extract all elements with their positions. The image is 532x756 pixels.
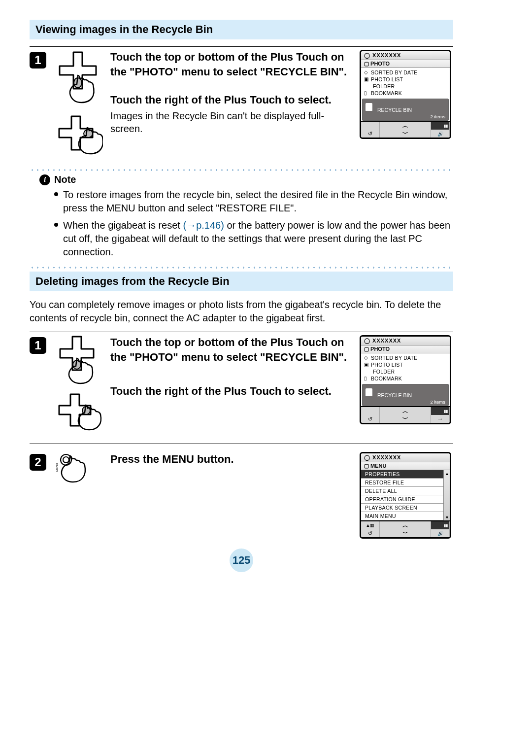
- screen-column: ◯ XXXXXXX ▢ MENU PROPERTIES RESTORE FILE…: [360, 452, 453, 539]
- step-number-badge: 2: [30, 454, 46, 471]
- screen-selected-label: RECYCLE BIN: [377, 107, 412, 113]
- gesture-column: [51, 335, 105, 440]
- screen-selected-item: RECYCLE BIN: [363, 384, 448, 399]
- instruction-column: Touch the top or bottom of the Plus Touc…: [110, 50, 355, 135]
- screen-title-text: XXXXXXX: [372, 338, 401, 344]
- divider: [30, 444, 453, 444]
- screen-list-item: FOLDER: [363, 83, 448, 90]
- screen-nav-bar: ▮▮: [361, 406, 450, 423]
- deleting-step-1: 1 T: [30, 335, 453, 440]
- note-label: Note: [54, 174, 76, 185]
- screen-list-item: FOLDER: [363, 368, 448, 375]
- nav-battery-icon: ▮▮: [431, 122, 450, 130]
- screen-breadcrumb-text: PHOTO: [370, 346, 390, 352]
- screen-nav-bar: ▲▦ ▮▮: [361, 520, 450, 537]
- step-number-badge: 1: [30, 52, 46, 69]
- screen-breadcrumb: ▢ MENU: [361, 462, 450, 470]
- instruction-column: Press the MENU button.: [110, 452, 355, 469]
- screen-menu-item-selected: PROPERTIES: [361, 470, 443, 479]
- screen-list-item: ◇SORTED BY DATE: [363, 69, 448, 76]
- screen-list-item-label: PHOTO LIST: [371, 76, 403, 82]
- nav-right-icon: [431, 415, 450, 423]
- nav-up-icon: [380, 407, 431, 415]
- screen-list-item-label: BOOKMARK: [371, 376, 402, 381]
- section-intro: You can completely remove images or phot…: [30, 298, 453, 325]
- nav-battery-icon: ▮▮: [431, 407, 450, 415]
- screen-list-item: ▯BOOKMARK: [363, 375, 448, 382]
- screen-menu-item: RESTORE FILE: [361, 479, 443, 487]
- instruction-column: Touch the top or bottom of the Plus Touc…: [110, 335, 355, 401]
- plus-touch-topbottom-icon: [54, 335, 103, 387]
- screen-selection-box: RECYCLE BIN 2 items: [362, 99, 449, 121]
- screen-item-count: 2 items: [363, 114, 448, 120]
- press-menu-button-icon: MENU: [56, 452, 100, 494]
- nav-blank: [361, 122, 380, 130]
- screen-list-item-label: BOOKMARK: [371, 90, 402, 96]
- page-reference-link[interactable]: (→p.146): [183, 220, 224, 231]
- nav-grid-icon: ▲▦: [361, 521, 380, 529]
- instruction-body: Images in the Recycle Bin can't be displ…: [110, 109, 351, 135]
- screen-list-item-label: PHOTO LIST: [371, 362, 403, 368]
- nav-down-icon: [380, 415, 431, 423]
- screen-title: ◯ XXXXXXX: [361, 51, 450, 60]
- screen-breadcrumb: ▢ PHOTO: [361, 60, 450, 68]
- menu-label: MENU: [56, 463, 59, 472]
- viewing-step-1: 1 T: [30, 50, 453, 164]
- note-bullet: When the gigabeat is reset (→p.146) or t…: [54, 218, 453, 262]
- screen-nav-bar: ▮▮: [361, 121, 450, 137]
- section-heading-viewing: Viewing images in the Recycle Bin: [30, 20, 453, 39]
- screen-column: ◯ XXXXXXX ▢ PHOTO ◇SORTED BY DATE ▣PHOTO…: [360, 50, 453, 139]
- recycle-bin-icon: [366, 388, 372, 396]
- note-header: i Note: [39, 174, 453, 185]
- note-bullet: To restore images from the recycle bin, …: [54, 187, 453, 218]
- nav-repeat-icon: [361, 529, 380, 537]
- screen-list-item-label: FOLDER: [373, 369, 395, 375]
- screen-selected-label: RECYCLE BIN: [377, 392, 412, 398]
- screen-list-item-label: SORTED BY DATE: [371, 355, 418, 361]
- nav-repeat-icon: [361, 130, 380, 137]
- screen-menu-wrap: PROPERTIES RESTORE FILE DELETE ALL OPERA…: [361, 470, 450, 520]
- nav-battery-icon: ▮▮: [431, 521, 450, 529]
- screen-selection-box: RECYCLE BIN 2 items: [362, 384, 449, 406]
- screen-column: ◯ XXXXXXX ▢ PHOTO ◇SORTED BY DATE ▣PHOTO…: [360, 335, 453, 424]
- screen-breadcrumb: ▢ PHOTO: [361, 345, 450, 353]
- nav-speaker-icon: [431, 529, 450, 537]
- page-number: 125: [30, 549, 453, 572]
- nav-down-icon: [380, 529, 431, 537]
- screen-list-item: ▯BOOKMARK: [363, 90, 448, 97]
- screen-title-text: XXXXXXX: [372, 454, 401, 460]
- screen-list: ◇SORTED BY DATE ▣PHOTO LIST FOLDER ▯BOOK…: [361, 68, 450, 97]
- screen-menu-item: DELETE ALL: [361, 487, 443, 495]
- plus-touch-right-icon: [54, 115, 103, 164]
- section-heading-deleting: Deleting images from the Recycle Bin: [30, 272, 453, 291]
- plus-touch-topbottom-icon: [54, 50, 103, 109]
- nav-speaker-icon: [431, 130, 450, 137]
- device-screen-photo-menu: ◯ XXXXXXX ▢ PHOTO ◇SORTED BY DATE ▣PHOTO…: [360, 50, 451, 139]
- screen-list-item: ◇SORTED BY DATE: [363, 354, 448, 361]
- screen-selected-item: RECYCLE BIN: [363, 99, 448, 114]
- instruction-select-recycle-bin: Touch the top or bottom of the Plus Touc…: [110, 50, 351, 79]
- page-number-value: 125: [230, 549, 253, 572]
- nav-up-icon: [380, 122, 431, 130]
- dotted-divider: [30, 169, 453, 171]
- page-ref-text: p.146: [196, 220, 221, 231]
- nav-down-icon: [380, 130, 431, 137]
- screen-menu-item: PLAYBACK SCREEN: [361, 504, 443, 512]
- screen-list-item: ▣PHOTO LIST: [363, 76, 448, 83]
- nav-repeat-icon: [361, 415, 380, 423]
- note-bullets: To restore images from the recycle bin, …: [54, 187, 453, 262]
- nav-blank: [361, 407, 380, 415]
- nav-up-icon: [380, 521, 431, 529]
- divider: [30, 332, 453, 332]
- plus-touch-right-icon: [54, 393, 103, 440]
- screen-title: ◯ XXXXXXX: [361, 453, 450, 462]
- screen-list-item: ▣PHOTO LIST: [363, 361, 448, 368]
- screen-breadcrumb-text: MENU: [370, 463, 386, 469]
- deleting-step-2: 2 MENU Press the MENU button. ◯ XXXXXXX …: [30, 452, 453, 539]
- screen-title: ◯ XXXXXXX: [361, 337, 450, 345]
- screen-item-count: 2 items: [363, 399, 448, 406]
- screen-list-item-label: SORTED BY DATE: [371, 69, 418, 75]
- instruction-touch-right: Touch the right of the Plus Touch to sel…: [110, 384, 351, 399]
- screen-menu-item: MAIN MENU: [361, 512, 443, 520]
- instruction-press-menu: Press the MENU button.: [110, 452, 351, 467]
